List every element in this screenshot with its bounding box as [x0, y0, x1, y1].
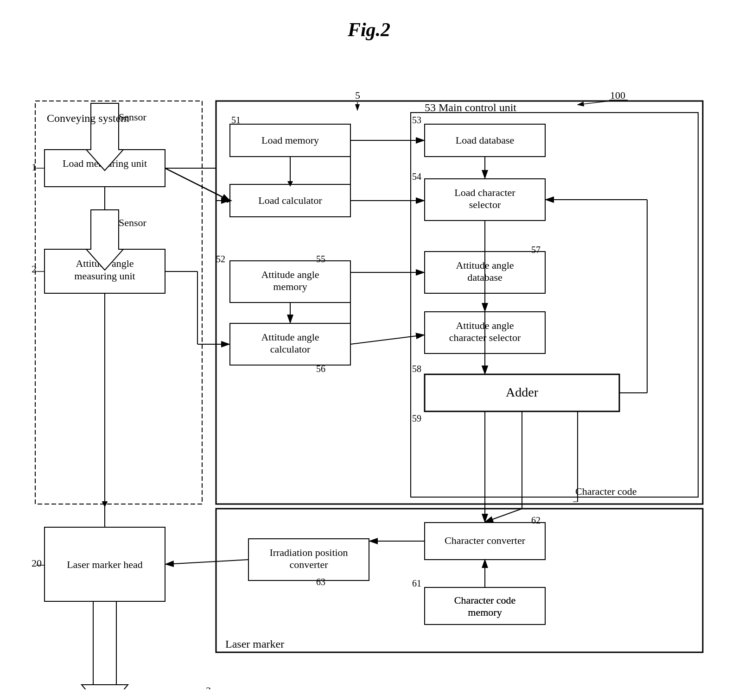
svg-text:20: 20 — [32, 557, 42, 569]
svg-text:Character converter: Character converter — [445, 535, 526, 546]
svg-text:Laser marker head: Laser marker head — [67, 559, 143, 570]
svg-text:62: 62 — [531, 515, 541, 525]
svg-text:selector: selector — [469, 199, 501, 210]
svg-text:2: 2 — [32, 263, 37, 275]
svg-text:Load database: Load database — [456, 134, 514, 146]
svg-rect-5 — [411, 113, 698, 497]
svg-text:1: 1 — [32, 161, 37, 173]
svg-text:Attitude angle: Attitude angle — [261, 331, 319, 343]
svg-text:converter: converter — [289, 559, 328, 570]
svg-text:calculator: calculator — [270, 343, 311, 355]
svg-text:Attitude angle: Attitude angle — [261, 269, 319, 280]
svg-text:Load calculator: Load calculator — [258, 195, 322, 206]
svg-text:54: 54 — [412, 171, 421, 182]
svg-text:memory: memory — [468, 606, 502, 618]
svg-line-64 — [350, 335, 424, 344]
svg-line-74 — [485, 509, 522, 522]
svg-text:61: 61 — [412, 578, 421, 588]
svg-text:56: 56 — [316, 364, 325, 374]
page-title: Fig.2 — [0, 19, 738, 41]
svg-text:51: 51 — [231, 115, 241, 125]
svg-text:Character code: Character code — [575, 486, 637, 497]
svg-text:Adder: Adder — [506, 385, 539, 399]
svg-text:Conveying system: Conveying system — [47, 112, 129, 124]
svg-text:Irradiation position: Irradiation position — [269, 547, 348, 558]
svg-text:55: 55 — [316, 254, 325, 264]
svg-text:57: 57 — [531, 245, 541, 255]
svg-line-47 — [165, 168, 229, 201]
svg-text:Sensor: Sensor — [119, 217, 147, 228]
svg-text:52: 52 — [216, 254, 225, 264]
svg-marker-86 — [77, 601, 128, 689]
svg-text:memory: memory — [273, 281, 307, 292]
svg-text:Sensor: Sensor — [119, 111, 147, 123]
svg-text:5: 5 — [355, 89, 360, 101]
svg-text:53 Main control unit: 53 Main control unit — [425, 101, 516, 114]
svg-line-77 — [369, 541, 424, 560]
svg-text:100: 100 — [610, 89, 625, 101]
svg-text:53: 53 — [412, 115, 421, 125]
svg-text:58: 58 — [412, 364, 421, 374]
svg-text:Load memory: Load memory — [261, 134, 319, 146]
diagram-container: Load memory Load calculator Attitude ang… — [21, 50, 717, 689]
svg-text:59: 59 — [412, 413, 421, 423]
svg-text:3: 3 — [206, 685, 211, 689]
svg-text:measuring unit: measuring unit — [74, 270, 135, 282]
svg-text:Load character: Load character — [454, 187, 515, 198]
svg-text:63: 63 — [316, 577, 325, 587]
svg-text:Character code: Character code — [454, 594, 516, 606]
svg-text:Laser marker: Laser marker — [225, 638, 284, 650]
svg-line-79 — [165, 560, 248, 564]
svg-rect-41 — [425, 587, 545, 624]
